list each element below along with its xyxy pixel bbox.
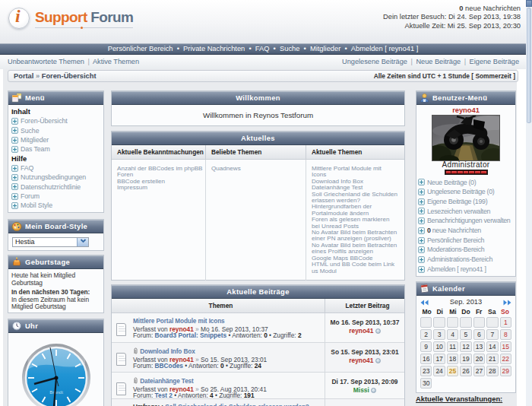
svg-text:Brandt: Brandt	[49, 390, 63, 395]
